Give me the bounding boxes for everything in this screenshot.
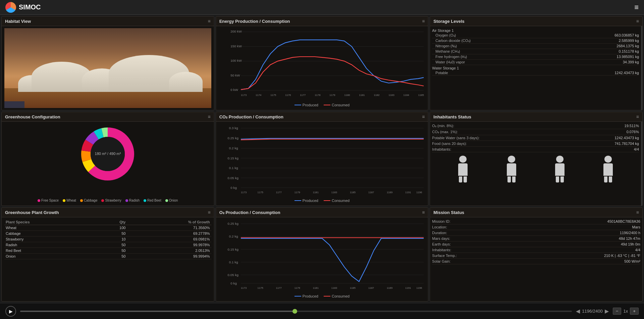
svg-text:1173: 1173 <box>241 191 247 194</box>
o2-svg: 0.25 kg 0.2 kg 0.15 kg 0.1 kg 0.05 kg 0 … <box>219 219 426 293</box>
air-storage-title: Air Storage 1 <box>432 29 639 33</box>
storage-row-ch4: Methane (CH₄) 0.151178 kg <box>432 49 639 54</box>
donut-container: 180 m³ / 490 m³ Free Space Wheat Cabbage <box>4 124 211 204</box>
plant-row-cabbage: Cabbage 50 69.2778% <box>4 231 211 236</box>
habitat-view-content <box>2 26 214 110</box>
svg-text:1180: 1180 <box>344 94 350 97</box>
o2-legend-consumed: Consumed <box>324 294 350 298</box>
hamburger-menu[interactable]: ≡ <box>634 3 639 12</box>
energy-svg: 200 kW 150 kW 100 kW 50 kW 0 kW <box>219 28 426 101</box>
mission-panel: Mission Status ≡ Mission ID: 4501A8BC78E… <box>430 207 643 302</box>
greenhouse-config-title: Greenhouse Configuration <box>5 114 60 119</box>
legend-cabbage: Cabbage <box>80 199 98 202</box>
habitat-view-menu[interactable]: ≡ <box>208 18 210 24</box>
skip-forward-button[interactable]: ▶ <box>605 308 609 314</box>
structures <box>15 48 201 92</box>
greenhouse-config-panel: Greenhouse Configuration ≡ <box>1 112 214 206</box>
greenhouse-config-menu[interactable]: ≡ <box>208 114 210 119</box>
o2-menu[interactable]: ≡ <box>422 210 425 215</box>
svg-text:1174: 1174 <box>256 94 262 97</box>
storage-content-wrapper: Air Storage 1 Oxygen (O₂) 663.036857 kg … <box>430 26 642 110</box>
svg-text:0.15 kg: 0.15 kg <box>227 248 238 251</box>
plant-row-onion: Onion 50 99.9994% <box>4 254 211 259</box>
time-display: 1196/2400 <box>582 309 602 314</box>
storage-title: Storage Levels <box>433 19 465 24</box>
co2-svg: 0.3 kg 0.25 kg 0.2 kg 0.15 kg 0.1 kg 0.0… <box>219 124 426 197</box>
human-1 <box>454 156 471 182</box>
storage-row-h2: Free hydrogen (H₂) 13.985091 kg <box>432 54 639 60</box>
storage-header: Storage Levels ≡ <box>430 16 642 26</box>
mission-row-id: Mission ID: 4501A8BC78E8A36 <box>432 219 640 224</box>
mission-header: Mission Status ≡ <box>430 208 642 217</box>
donut-center: 180 m³ / 490 m³ <box>95 151 121 156</box>
legend-radish: Radish <box>125 199 140 202</box>
speed-buttons: − 1x + <box>613 308 639 315</box>
svg-text:0.05 kg: 0.05 kg <box>227 273 238 277</box>
mission-row-temp: Surface Temp.: 210 K | -63 °C | -81 °F <box>432 253 640 259</box>
topbar: SIMOC ≡ <box>0 0 644 15</box>
donut-legend: Free Space Wheat Cabbage Strawberry <box>35 199 180 204</box>
plant-growth-title: Greenhouse Plant Growth <box>5 210 59 215</box>
co2-panel: CO₂ Production / Consumption ≡ 0.3 kg 0.… <box>216 112 429 206</box>
inh-row-o2: O₂ (min. 8%): 19.511% <box>432 123 639 129</box>
svg-text:0.15 kg: 0.15 kg <box>227 156 238 160</box>
storage-menu[interactable]: ≡ <box>636 18 639 24</box>
storage-row-co2: Carbon dioxide (CO₂) 2.585999 kg <box>432 38 639 44</box>
col-qty: Qty <box>97 219 127 225</box>
o2-content: 0.25 kg 0.2 kg 0.15 kg 0.1 kg 0.05 kg 0 … <box>216 217 428 301</box>
svg-text:1173: 1173 <box>241 94 247 97</box>
legend-consumed: Consumed <box>324 103 350 107</box>
svg-text:0.25 kg: 0.25 kg <box>227 222 238 225</box>
energy-menu[interactable]: ≡ <box>422 18 425 24</box>
water-storage-title: Water Storage 1 <box>432 66 639 70</box>
svg-text:150 kW: 150 kW <box>230 44 242 48</box>
inhabitants-menu[interactable]: ≡ <box>636 114 639 119</box>
storage-row-n2: Nitrogen (N₂) 2684.1375 kg <box>432 44 639 49</box>
svg-text:1183: 1183 <box>331 286 337 289</box>
greenhouse-config-content: 180 m³ / 490 m³ Free Space Wheat Cabbage <box>2 122 214 206</box>
speed-minus-button[interactable]: − <box>613 308 622 315</box>
play-button[interactable]: ▶ <box>5 306 16 317</box>
habitat-view-title: Habitat View <box>5 19 31 24</box>
inh-row-count: Inhabitants: 4/4 <box>432 147 639 152</box>
energy-header: Energy Production / Consumption ≡ <box>216 16 428 26</box>
svg-text:1196: 1196 <box>416 286 422 289</box>
solar-panel <box>4 101 24 108</box>
svg-text:1196: 1196 <box>416 191 422 194</box>
co2-menu[interactable]: ≡ <box>422 114 425 119</box>
inhabitant-icons <box>432 152 639 182</box>
storage-list[interactable]: Air Storage 1 Oxygen (O₂) 663.036857 kg … <box>430 26 642 110</box>
svg-text:1181: 1181 <box>359 94 365 97</box>
svg-text:1181: 1181 <box>313 286 318 289</box>
greenhouse-config-header: Greenhouse Configuration ≡ <box>2 112 214 122</box>
inhabitants-content-wrapper: O₂ (min. 8%): 19.511% CO₂ (max. 1%): 0.0… <box>430 122 642 206</box>
timeline-bar[interactable] <box>20 311 572 312</box>
timeline-thumb[interactable] <box>292 309 297 314</box>
plant-row-strawberry: Strawberry 10 69.0981% <box>4 236 211 242</box>
skip-back-button[interactable]: ◀ <box>576 308 580 314</box>
plant-growth-content: Plant Species Qty % of Growth Wheat 100 … <box>2 217 214 301</box>
svg-text:1191: 1191 <box>405 191 411 194</box>
svg-text:1179: 1179 <box>329 94 335 97</box>
svg-text:50 kW: 50 kW <box>230 73 240 77</box>
plant-growth-menu[interactable]: ≡ <box>208 210 210 215</box>
svg-text:1183: 1183 <box>331 191 337 194</box>
mission-menu[interactable]: ≡ <box>636 210 639 215</box>
svg-text:1177: 1177 <box>276 286 281 289</box>
svg-text:1183: 1183 <box>388 94 394 97</box>
inhabitants-stats[interactable]: O₂ (min. 8%): 19.511% CO₂ (max. 1%): 0.0… <box>430 122 642 206</box>
svg-text:1175: 1175 <box>257 286 263 289</box>
energy-legend: Produced Consumed <box>219 102 426 107</box>
mission-row-earth-days: Earth days: 49d 19h 0m <box>432 242 640 247</box>
mission-row-solar: Solar Gain: 500 W/m² <box>432 259 640 264</box>
dome-4 <box>169 72 203 92</box>
o2-header: O₂ Production / Consumption ≡ <box>216 208 428 217</box>
speed-plus-button[interactable]: + <box>630 308 639 315</box>
energy-panel: Energy Production / Consumption ≡ 200 kW… <box>216 16 429 110</box>
human-legs-1 <box>459 176 467 182</box>
plant-row-red-beet: Red Beet 50 2.0513% <box>4 248 211 254</box>
legend-free-space: Free Space <box>38 199 59 202</box>
legend-produced: Produced <box>294 103 318 107</box>
app-title: SIMOC <box>19 3 41 11</box>
legend-strawberry: Strawberry <box>101 199 121 202</box>
